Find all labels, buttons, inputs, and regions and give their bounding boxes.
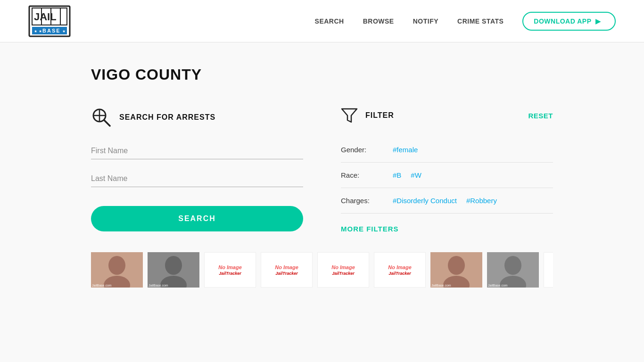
- race-label: Race:: [341, 171, 383, 179]
- svg-point-17: [108, 256, 125, 275]
- nav-notify[interactable]: NOTIFY: [413, 17, 438, 25]
- svg-point-21: [165, 256, 182, 275]
- svg-point-29: [504, 256, 521, 275]
- filter-header: FILTER RESET: [341, 107, 553, 124]
- search-magnifier-icon: [91, 107, 112, 128]
- svg-text:BASE: BASE: [42, 28, 61, 33]
- no-image-card: No Image JailTracker: [317, 252, 369, 288]
- search-section: SEARCH FOR ARRESTS SEARCH: [91, 107, 303, 233]
- jailtracker-brand: JailTracker: [275, 271, 297, 276]
- nav-search[interactable]: SEARCH: [315, 17, 344, 25]
- last-name-input[interactable]: [91, 171, 303, 187]
- svg-line-14: [104, 120, 110, 126]
- svg-text:★: ★: [34, 29, 37, 33]
- svg-text:★: ★: [39, 29, 42, 33]
- mugshot-card[interactable]: JailBase.com: [148, 252, 199, 288]
- first-name-input[interactable]: [91, 143, 303, 159]
- search-section-title: SEARCH FOR ARRESTS: [119, 113, 215, 122]
- gender-label: Gender:: [341, 146, 383, 154]
- filter-race-row: Race: #B #W: [341, 163, 553, 188]
- svg-text:★: ★: [62, 29, 66, 33]
- svg-point-25: [448, 256, 465, 275]
- filter-tag-robbery[interactable]: #Robbery: [466, 197, 497, 205]
- no-image-text: No Image: [218, 264, 242, 270]
- filter-tag-race-w[interactable]: #W: [411, 171, 421, 179]
- site-header: JAIL ★ ★ BASE ★ SEARCH BROWSE NOTIFY CRI…: [0, 0, 644, 42]
- no-image-card: No Image JailTracker: [261, 252, 313, 288]
- no-image-text: No Image: [331, 264, 355, 270]
- jailtracker-brand: JailTracker: [388, 271, 411, 276]
- mugshot-card[interactable]: JailBase.com: [91, 252, 143, 288]
- svg-text:JailBase.com: JailBase.com: [92, 284, 112, 287]
- last-name-group: [91, 171, 303, 187]
- svg-text:JAIL: JAIL: [34, 11, 57, 23]
- search-filter-row: SEARCH FOR ARRESTS SEARCH FILTER R: [91, 107, 553, 233]
- search-section-header: SEARCH FOR ARRESTS: [91, 107, 303, 128]
- search-button[interactable]: SEARCH: [91, 206, 303, 231]
- more-filters-button[interactable]: MORE FILTERS: [341, 225, 399, 233]
- filter-section-title: FILTER: [365, 111, 394, 120]
- filter-tag-race-b[interactable]: #B: [393, 171, 401, 179]
- jailbase-logo[interactable]: JAIL ★ ★ BASE ★: [28, 5, 71, 37]
- filter-section: FILTER RESET Gender: #female Race: #B #W…: [341, 107, 553, 233]
- filter-tag-disorderly[interactable]: #Disorderly Conduct: [393, 197, 457, 205]
- main-nav: SEARCH BROWSE NOTIFY CRIME STATS DOWNLOA…: [315, 12, 616, 31]
- nav-crime-stats[interactable]: CRIME STATS: [457, 17, 504, 25]
- svg-text:JailBase.com: JailBase.com: [149, 284, 168, 287]
- nav-browse[interactable]: BROWSE: [363, 17, 394, 25]
- no-image-card: No Image JailTracker: [374, 252, 426, 288]
- no-image-card: No Image JailTracker: [544, 252, 553, 288]
- mugshot-card[interactable]: JailBase.com: [487, 252, 539, 288]
- play-icon: ▶: [595, 17, 601, 25]
- filter-tag-female[interactable]: #female: [393, 146, 418, 154]
- filter-charges-row: Charges: #Disorderly Conduct #Robbery: [341, 188, 553, 214]
- download-app-button[interactable]: DOWNLOAD APP ▶: [522, 12, 616, 31]
- first-name-group: [91, 143, 303, 159]
- jailtracker-brand: JailTracker: [332, 271, 354, 276]
- svg-text:JailBase.com: JailBase.com: [431, 284, 451, 287]
- filter-funnel-icon: [341, 107, 358, 124]
- main-content: VIGO COUNTY SEARCH FOR ARRESTS: [63, 42, 581, 306]
- mugshot-card[interactable]: JailBase.com: [430, 252, 482, 288]
- mugshots-row: JailBase.com JailBase.com No Image JailT…: [91, 252, 553, 288]
- filter-header-left: FILTER: [341, 107, 394, 124]
- no-image-card: No Image JailTracker: [204, 252, 256, 288]
- filter-gender-row: Gender: #female: [341, 137, 553, 163]
- no-image-text: No Image: [388, 264, 412, 270]
- page-title: VIGO COUNTY: [91, 66, 553, 83]
- reset-button[interactable]: RESET: [528, 112, 553, 120]
- svg-marker-15: [342, 109, 357, 122]
- svg-text:JailBase.com: JailBase.com: [488, 284, 508, 287]
- no-image-text: No Image: [275, 264, 298, 270]
- charges-label: Charges:: [341, 197, 383, 205]
- jailtracker-brand: JailTracker: [219, 271, 241, 276]
- logo-container: JAIL ★ ★ BASE ★: [28, 5, 71, 37]
